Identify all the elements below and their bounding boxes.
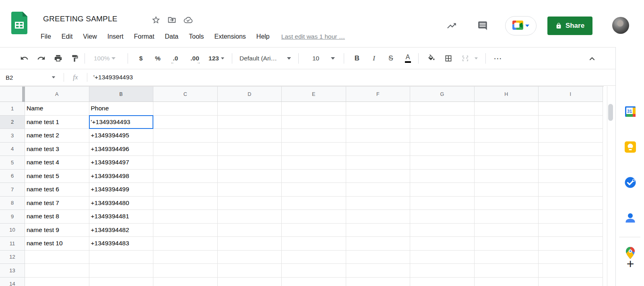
comment-history-icon[interactable] [476, 19, 489, 33]
bold-button[interactable]: B [350, 52, 364, 65]
cell-G7[interactable] [410, 183, 475, 197]
cell-C11[interactable] [153, 237, 218, 251]
column-header-F[interactable]: F [346, 87, 411, 102]
cell-B6[interactable]: +1349394498 [89, 170, 154, 183]
cell-I9[interactable] [539, 210, 603, 224]
cell-G13[interactable] [410, 264, 475, 278]
borders-button[interactable] [442, 52, 455, 65]
row-header-7[interactable]: 7 [0, 183, 25, 197]
format-percent-button[interactable]: % [151, 52, 165, 65]
cell-F12[interactable] [346, 251, 411, 264]
cell-C2[interactable] [153, 116, 218, 129]
cell-C5[interactable] [153, 156, 218, 170]
cell-F2[interactable] [346, 116, 411, 129]
cell-C13[interactable] [153, 264, 218, 278]
cloud-saved-icon[interactable] [183, 15, 193, 25]
last-edit-link[interactable]: Last edit was 1 hour … [281, 33, 345, 40]
row-header-9[interactable]: 9 [0, 210, 25, 224]
cell-D1[interactable] [218, 102, 282, 116]
cell-H8[interactable] [475, 197, 539, 210]
cell-G6[interactable] [410, 170, 475, 183]
name-box[interactable]: B2 [0, 69, 64, 85]
cell-C10[interactable] [153, 224, 218, 237]
cell-C7[interactable] [153, 183, 218, 197]
cell-C6[interactable] [153, 170, 218, 183]
cell-E11[interactable] [282, 237, 346, 251]
column-header-I[interactable]: I [539, 87, 603, 102]
text-color-button[interactable]: A [400, 52, 415, 65]
cell-F8[interactable] [346, 197, 411, 210]
cell-I5[interactable] [539, 156, 603, 170]
column-header-A[interactable]: A [25, 87, 89, 102]
row-header-2[interactable]: 2 [0, 116, 25, 129]
cell-F5[interactable] [346, 156, 411, 170]
cell-H10[interactable] [475, 224, 539, 237]
menu-item-file[interactable]: File [35, 32, 56, 41]
cell-H7[interactable] [475, 183, 539, 197]
cell-E6[interactable] [282, 170, 346, 183]
cell-E5[interactable] [282, 156, 346, 170]
cell-A5[interactable]: name test 4 [25, 156, 89, 170]
cell-A3[interactable]: name test 2 [25, 129, 89, 143]
cell-A9[interactable]: name test 8 [25, 210, 89, 224]
column-header-E[interactable]: E [282, 87, 346, 102]
menu-item-help[interactable]: Help [251, 32, 275, 41]
cell-E2[interactable] [282, 116, 346, 129]
column-header-G[interactable]: G [410, 87, 475, 102]
column-header-C[interactable]: C [153, 87, 218, 102]
sheets-logo-icon[interactable] [11, 12, 27, 34]
cell-D5[interactable] [218, 156, 282, 170]
cell-H4[interactable] [475, 143, 539, 156]
get-addons-plus-icon[interactable]: + [623, 257, 637, 271]
cell-A1[interactable]: Name [25, 102, 89, 116]
italic-button[interactable]: I [367, 52, 381, 65]
cell-B1[interactable]: Phone [89, 102, 154, 116]
keep-icon[interactable] [623, 140, 637, 154]
cell-D4[interactable] [218, 143, 282, 156]
cell-F6[interactable] [346, 170, 411, 183]
cell-D10[interactable] [218, 224, 282, 237]
cell-I3[interactable] [539, 129, 603, 143]
cell-E1[interactable] [282, 102, 346, 116]
calendar-icon[interactable]: 31 [623, 105, 637, 118]
menu-item-view[interactable]: View [78, 32, 102, 41]
hide-menus-chevron-icon[interactable] [586, 52, 599, 65]
fill-color-button[interactable] [425, 52, 438, 65]
cell-H2[interactable] [475, 116, 539, 129]
cell-B4[interactable]: +1349394496 [89, 143, 154, 156]
row-header-4[interactable]: 4 [0, 143, 25, 156]
cell-E9[interactable] [282, 210, 346, 224]
cell-E8[interactable] [282, 197, 346, 210]
row-header-11[interactable]: 11 [0, 237, 25, 251]
redo-button[interactable] [35, 52, 47, 65]
decrease-decimal-button[interactable]: .0 ← [167, 52, 184, 65]
row-header-13[interactable]: 13 [0, 264, 25, 278]
merge-cells-caret-icon[interactable] [473, 52, 480, 65]
cell-I14[interactable] [539, 278, 603, 286]
format-currency-button[interactable]: $ [134, 52, 148, 65]
merge-cells-button[interactable] [459, 52, 472, 65]
menu-item-edit[interactable]: Edit [56, 32, 78, 41]
cell-I12[interactable] [539, 251, 603, 264]
cell-D2[interactable] [218, 116, 282, 129]
zoom-selector[interactable]: 100% [91, 52, 119, 65]
cell-D7[interactable] [218, 183, 282, 197]
cell-B12[interactable] [89, 251, 154, 264]
print-button[interactable] [52, 52, 64, 65]
cell-H6[interactable] [475, 170, 539, 183]
column-header-H[interactable]: H [475, 87, 539, 102]
cell-I6[interactable] [539, 170, 603, 183]
row-header-3[interactable]: 3 [0, 129, 25, 143]
cell-E12[interactable] [282, 251, 346, 264]
contacts-icon[interactable] [623, 211, 637, 225]
cell-B3[interactable]: +1349394495 [89, 129, 154, 143]
column-header-B[interactable]: B [89, 87, 154, 102]
cell-A8[interactable]: name test 7 [25, 197, 89, 210]
menu-item-data[interactable]: Data [159, 32, 184, 41]
cell-A7[interactable]: name test 6 [25, 183, 89, 197]
cell-A6[interactable]: name test 5 [25, 170, 89, 183]
cell-D6[interactable] [218, 170, 282, 183]
cell-B13[interactable] [89, 264, 154, 278]
cell-H11[interactable] [475, 237, 539, 251]
row-header-10[interactable]: 10 [0, 224, 25, 237]
